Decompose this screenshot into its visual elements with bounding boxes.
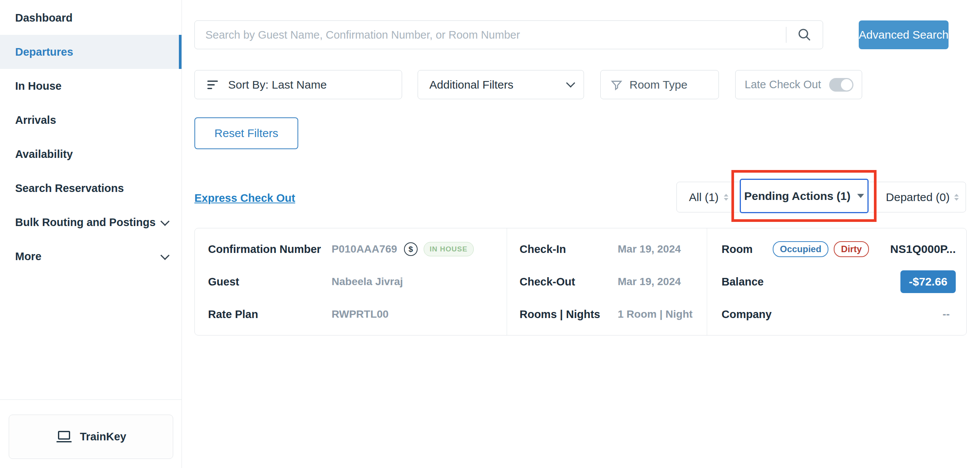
rooms-nights-row: Rooms | Nights 1 Room | Night — [520, 305, 707, 324]
sort-arrows-icon — [954, 194, 959, 201]
confirmation-row: Confirmation Number P010AAA769 $ IN HOUS… — [208, 239, 507, 259]
sidebar-item-label: More — [15, 250, 41, 263]
in-house-badge: IN HOUSE — [424, 242, 474, 256]
trainkey-button[interactable]: TrainKey — [9, 415, 173, 459]
checkin-label: Check-In — [520, 243, 618, 255]
sidebar-item-label: Availability — [15, 148, 73, 160]
checkout-label: Check-Out — [520, 276, 618, 288]
confirmation-label: Confirmation Number — [208, 243, 332, 255]
room-type-label: Room Type — [630, 78, 687, 91]
late-checkout-filter: Late Check Out — [735, 70, 862, 99]
sidebar-item-search-reservations[interactable]: Search Reservations — [0, 171, 181, 205]
late-checkout-toggle[interactable] — [829, 78, 853, 92]
search-input-container — [194, 21, 823, 49]
guest-value: Nabeela Jivraj — [332, 276, 403, 288]
sidebar: Dashboard Departures In House Arrivals A… — [0, 0, 182, 468]
tab-all[interactable]: All (1) — [689, 191, 729, 204]
search-row: Advanced Search — [194, 21, 980, 49]
tab-departed-label: Departed (0) — [886, 191, 950, 204]
chevron-down-icon — [566, 78, 575, 87]
sidebar-item-in-house[interactable]: In House — [0, 69, 181, 103]
tab-all-label: All (1) — [689, 191, 719, 204]
late-checkout-label: Late Check Out — [745, 78, 821, 91]
tab-pending-label: Pending Actions (1) — [744, 190, 851, 203]
tab-pending-actions[interactable]: Pending Actions (1) — [740, 179, 869, 213]
sidebar-item-dashboard[interactable]: Dashboard — [0, 1, 181, 35]
main-content: Advanced Search Sort By: Last Name Addit… — [182, 0, 980, 468]
sidebar-item-label: Arrivals — [15, 114, 56, 127]
sidebar-item-label: Bulk Routing and Postings — [15, 216, 156, 229]
search-icon — [797, 28, 812, 42]
caret-down-icon — [857, 194, 864, 198]
sidebar-item-label: Search Reservations — [15, 182, 124, 195]
card-column-room-balance: Room Occupied Dirty NS1Q000P... Balance … — [707, 228, 966, 335]
guest-row: Guest Nabeela Jivraj — [208, 272, 507, 292]
dirty-badge: Dirty — [834, 241, 869, 257]
confirmation-value: P010AAA769 — [332, 243, 397, 255]
express-checkout-link[interactable]: Express Check Out — [194, 192, 295, 205]
rate-plan-value: RWPRTL00 — [332, 308, 388, 320]
balance-row: Balance -$72.66 — [722, 272, 956, 292]
rooms-nights-label: Rooms | Nights — [520, 308, 618, 321]
payment-dollar-icon[interactable]: $ — [404, 242, 418, 256]
card-column-dates: Check-In Mar 19, 2024 Check-Out Mar 19, … — [507, 228, 707, 335]
sort-icon — [206, 79, 219, 90]
card-column-identity: Confirmation Number P010AAA769 $ IN HOUS… — [195, 228, 507, 335]
chevron-down-icon — [160, 251, 169, 260]
sidebar-item-departures[interactable]: Departures — [0, 35, 181, 69]
sidebar-item-label: Departures — [15, 46, 73, 58]
additional-filters-dropdown[interactable]: Additional Filters — [418, 70, 584, 99]
search-button[interactable] — [786, 28, 823, 42]
reset-filters-button[interactable]: Reset Filters — [194, 117, 298, 149]
list-header-row: Express Check Out All (1) Departed (0) P… — [182, 170, 980, 222]
reservation-card[interactable]: Confirmation Number P010AAA769 $ IN HOUS… — [194, 228, 967, 335]
checkout-value: Mar 19, 2024 — [618, 276, 681, 288]
company-row: Company -- — [722, 305, 956, 324]
guest-label: Guest — [208, 276, 332, 288]
balance-amount-button[interactable]: -$72.66 — [900, 270, 956, 293]
trainkey-label: TrainKey — [80, 430, 127, 443]
toggle-knob — [841, 79, 852, 90]
room-row: Room Occupied Dirty NS1Q000P... — [722, 239, 956, 259]
additional-filters-label: Additional Filters — [430, 78, 514, 91]
chevron-down-icon — [160, 217, 169, 226]
checkout-row: Check-Out Mar 19, 2024 — [520, 272, 707, 292]
advanced-search-button[interactable]: Advanced Search — [859, 21, 948, 49]
checkin-value: Mar 19, 2024 — [618, 243, 681, 255]
filter-row: Sort By: Last Name Additional Filters Ro… — [194, 70, 980, 99]
laptop-icon — [56, 430, 72, 444]
sidebar-item-label: Dashboard — [15, 12, 72, 24]
room-number-value: NS1Q000P... — [890, 243, 956, 255]
company-value: -- — [942, 308, 950, 320]
sidebar-item-more[interactable]: More — [0, 239, 181, 273]
rate-plan-label: Rate Plan — [208, 308, 332, 321]
sidebar-item-availability[interactable]: Availability — [0, 137, 181, 171]
room-type-filter[interactable]: Room Type — [600, 70, 719, 99]
sort-by-dropdown[interactable]: Sort By: Last Name — [194, 70, 402, 99]
sort-arrows-icon — [724, 194, 729, 201]
balance-label: Balance — [722, 276, 764, 288]
occupied-badge: Occupied — [773, 241, 829, 257]
rooms-nights-value: 1 Room | Night — [618, 308, 693, 320]
sort-by-label: Sort By: Last Name — [228, 78, 327, 91]
sidebar-footer: TrainKey — [0, 400, 182, 468]
search-input[interactable] — [205, 29, 786, 41]
tab-departed[interactable]: Departed (0) — [886, 191, 959, 204]
company-label: Company — [722, 308, 772, 321]
rate-plan-row: Rate Plan RWPRTL00 — [208, 305, 507, 324]
sidebar-item-label: In House — [15, 80, 61, 92]
room-label: Room — [722, 243, 773, 255]
checkin-row: Check-In Mar 19, 2024 — [520, 239, 707, 259]
sidebar-item-arrivals[interactable]: Arrivals — [0, 103, 181, 137]
sidebar-item-bulk-routing[interactable]: Bulk Routing and Postings — [0, 205, 181, 239]
funnel-icon — [611, 79, 623, 91]
app-window: Dashboard Departures In House Arrivals A… — [0, 0, 980, 468]
